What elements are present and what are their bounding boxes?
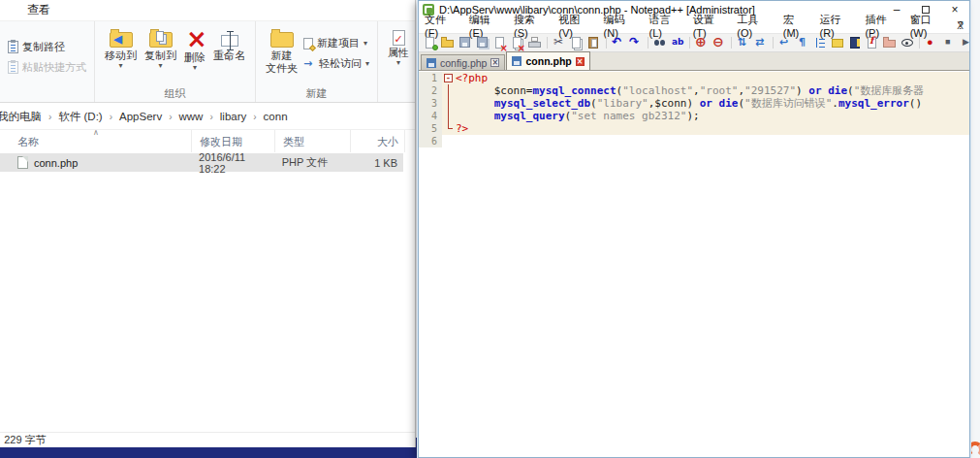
group-label-organize: 组织 — [95, 86, 255, 101]
breadcrumb-item[interactable]: 软件 (D:) — [54, 108, 106, 126]
stop-icon[interactable] — [941, 35, 957, 50]
find-icon[interactable] — [652, 35, 668, 50]
code-line: 1-<?php — [419, 72, 969, 84]
address-bar[interactable]: 我的电脑› 软件 (D:)› AppServ› www› libary› con… — [0, 104, 415, 130]
play-icon[interactable] — [959, 35, 970, 50]
user-dialog-icon[interactable] — [830, 35, 845, 50]
delete-button[interactable]: 删除 ▾ — [181, 27, 208, 72]
breadcrumb-item[interactable]: libary — [216, 109, 250, 124]
fold-margin[interactable]: - — [442, 72, 454, 84]
move-to-button[interactable]: 移动到 ▾ — [102, 27, 140, 70]
open-icon[interactable] — [440, 35, 456, 50]
copy-path-button[interactable]: 复制路径 — [8, 40, 86, 54]
fold-margin[interactable] — [442, 84, 454, 97]
new-icon[interactable] — [423, 35, 438, 50]
line-number: 5 — [419, 122, 442, 135]
file-list: conn.php 2016/6/11 18:22 PHP 文件 1 KB — [0, 153, 403, 432]
folder-workspace-icon[interactable] — [882, 35, 898, 50]
tab-conn.php[interactable]: conn.php× — [506, 51, 589, 70]
replace-icon[interactable] — [670, 35, 685, 50]
close-document-icon[interactable]: X — [957, 20, 964, 31]
close-tab-icon[interactable]: × — [576, 57, 585, 66]
status-size: 229 字节 — [4, 433, 46, 447]
close-icon[interactable] — [492, 35, 508, 50]
record-icon[interactable] — [924, 35, 939, 50]
easy-access-icon — [303, 58, 315, 70]
rename-button[interactable]: 重命名 — [210, 27, 248, 63]
chevron-down-icon: ▾ — [193, 64, 197, 71]
paste-shortcut-icon — [8, 61, 18, 74]
sync-h-icon[interactable] — [753, 35, 769, 50]
monitor-icon[interactable] — [900, 35, 915, 50]
tab-config.php[interactable]: config.php× — [421, 54, 505, 70]
breadcrumb-item[interactable]: 我的电脑 — [0, 108, 46, 126]
code-text: mysql_query("set names gb2312"); — [454, 110, 969, 122]
breadcrumb-item[interactable]: conn — [260, 109, 292, 124]
toolbar-separator — [728, 35, 735, 50]
zoom-out-icon[interactable] — [711, 35, 727, 50]
tab-view[interactable]: 查看 — [17, 0, 60, 21]
line-number: 6 — [419, 135, 442, 147]
explorer-ribbon: 复制路径 粘贴快捷方式 移动到 ▾ 复制到 ▾ — [0, 20, 415, 103]
close-all-icon[interactable] — [510, 35, 525, 50]
breadcrumb-item[interactable]: www — [175, 109, 207, 124]
easy-access-button[interactable]: 轻松访问 ▾ — [303, 56, 369, 71]
fold-collapse-icon[interactable]: - — [444, 74, 453, 82]
toolbar-separator — [603, 35, 610, 50]
paste-shortcut-button[interactable]: 粘贴快捷方式 — [8, 60, 86, 75]
print-icon[interactable] — [527, 35, 543, 50]
zoom-in-icon[interactable] — [694, 35, 710, 50]
save-all-icon[interactable] — [475, 35, 490, 50]
code-line: 6 — [419, 135, 969, 147]
paste-icon[interactable] — [586, 35, 602, 50]
code-text: mysql_select_db("libary",$conn) or die("… — [454, 97, 969, 110]
fold-end — [448, 122, 453, 129]
doc-map-icon[interactable] — [847, 35, 863, 50]
list-header: 名称 ∧ 修改日期 类型 大小 — [0, 130, 415, 152]
code-line: 2 $conn=mysql_connect("localhost","root"… — [419, 84, 969, 97]
npp-toolbar — [419, 33, 969, 52]
taskbar-strip[interactable] — [0, 447, 425, 458]
column-header-name[interactable]: 名称 ∧ — [0, 130, 192, 152]
fold-line — [448, 110, 449, 122]
code-line: 3 mysql_select_db("libary",$conn) or die… — [419, 97, 969, 110]
fold-margin[interactable] — [442, 110, 454, 122]
code-text — [454, 135, 969, 147]
undo-icon[interactable] — [611, 35, 626, 50]
close-tab-icon[interactable]: × — [490, 58, 499, 67]
fold-margin[interactable] — [442, 135, 454, 147]
toolbar-separator — [544, 35, 551, 50]
new-item-button[interactable]: 新建项目 ▾ — [303, 36, 369, 50]
word-wrap-icon[interactable] — [777, 35, 793, 50]
new-folder-button[interactable]: 新建 文件夹 — [263, 27, 300, 76]
column-header-size[interactable]: 大小 — [351, 130, 405, 152]
ribbon-group-clipboard: 复制路径 粘贴快捷方式 — [0, 21, 95, 102]
save-icon[interactable] — [458, 35, 473, 50]
sync-v-icon[interactable] — [736, 35, 751, 50]
rename-icon — [221, 35, 238, 47]
chevron-right-icon: › — [107, 112, 115, 122]
chevron-right-icon: › — [166, 112, 174, 122]
properties-button[interactable]: 属性 ▾ — [385, 29, 412, 67]
fold-margin[interactable] — [442, 122, 454, 135]
table-row[interactable]: conn.php 2016/6/11 18:22 PHP 文件 1 KB — [0, 153, 403, 172]
show-all-icon[interactable] — [795, 35, 810, 50]
cut-icon[interactable] — [552, 35, 567, 50]
sort-ascending-icon: ∧ — [93, 128, 99, 137]
copy-to-button[interactable]: 复制到 ▾ — [142, 27, 179, 70]
copy-to-icon — [149, 32, 173, 48]
fold-margin[interactable] — [442, 97, 454, 110]
explorer-window: 查看 复制路径 粘贴快捷方式 移动到 — [0, 0, 416, 447]
redo-icon[interactable] — [628, 35, 644, 50]
chevron-down-icon: ▾ — [365, 60, 369, 67]
npp-editor[interactable]: 1-<?php2 $conn=mysql_connect("localhost"… — [419, 72, 969, 457]
screen: 查看 复制路径 粘贴快捷方式 移动到 — [0, 0, 980, 458]
copy-icon[interactable] — [569, 35, 585, 50]
fold-line — [448, 84, 449, 97]
column-header-modified[interactable]: 修改日期 — [192, 130, 275, 152]
line-number: 1 — [419, 72, 442, 84]
breadcrumb-item[interactable]: AppServ — [115, 109, 166, 124]
function-list-icon[interactable] — [865, 35, 880, 50]
indent-guide-icon[interactable] — [812, 35, 828, 50]
column-header-type[interactable]: 类型 — [275, 130, 351, 152]
